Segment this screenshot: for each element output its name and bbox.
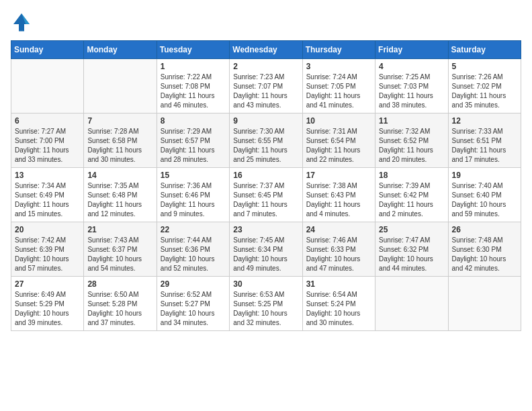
day-cell: 2Sunrise: 7:23 AM Sunset: 7:07 PM Daylig…	[230, 59, 302, 113]
day-number: 6	[15, 116, 80, 126]
day-number: 16	[233, 171, 298, 180]
day-info: Sunrise: 7:33 AM Sunset: 6:51 PM Dayligh…	[452, 127, 517, 165]
day-cell: 14Sunrise: 7:35 AM Sunset: 6:48 PM Dayli…	[84, 168, 157, 222]
day-cell: 7Sunrise: 7:28 AM Sunset: 6:58 PM Daylig…	[84, 113, 157, 168]
day-cell: 24Sunrise: 7:46 AM Sunset: 6:33 PM Dayli…	[302, 222, 375, 277]
day-info: Sunrise: 7:47 AM Sunset: 6:32 PM Dayligh…	[379, 236, 444, 273]
day-number: 7	[87, 116, 152, 126]
day-info: Sunrise: 7:43 AM Sunset: 6:37 PM Dayligh…	[87, 236, 152, 273]
logo	[11, 11, 35, 32]
day-cell: 12Sunrise: 7:33 AM Sunset: 6:51 PM Dayli…	[448, 113, 521, 168]
day-number: 24	[306, 225, 371, 234]
day-cell: 18Sunrise: 7:39 AM Sunset: 6:42 PM Dayli…	[375, 168, 448, 222]
day-cell: 13Sunrise: 7:34 AM Sunset: 6:49 PM Dayli…	[11, 168, 84, 222]
day-number: 21	[87, 225, 152, 234]
day-number: 23	[233, 225, 298, 234]
day-info: Sunrise: 6:52 AM Sunset: 5:27 PM Dayligh…	[161, 290, 226, 328]
day-cell: 15Sunrise: 7:36 AM Sunset: 6:46 PM Dayli…	[157, 168, 229, 222]
day-info: Sunrise: 7:30 AM Sunset: 6:55 PM Dayligh…	[233, 127, 298, 165]
day-cell: 31Sunrise: 6:54 AM Sunset: 5:24 PM Dayli…	[302, 277, 375, 331]
week-row-5: 27Sunrise: 6:49 AM Sunset: 5:29 PM Dayli…	[11, 277, 521, 331]
day-number: 14	[87, 171, 152, 180]
day-cell: 21Sunrise: 7:43 AM Sunset: 6:37 PM Dayli…	[84, 222, 157, 277]
day-number: 15	[161, 171, 226, 180]
week-row-3: 13Sunrise: 7:34 AM Sunset: 6:49 PM Dayli…	[11, 168, 521, 222]
day-number: 8	[161, 116, 226, 126]
day-cell: 8Sunrise: 7:29 AM Sunset: 6:57 PM Daylig…	[157, 113, 229, 168]
day-cell	[448, 277, 521, 331]
day-cell: 4Sunrise: 7:25 AM Sunset: 7:03 PM Daylig…	[375, 59, 448, 113]
day-info: Sunrise: 7:23 AM Sunset: 7:07 PM Dayligh…	[233, 73, 298, 110]
day-info: Sunrise: 7:22 AM Sunset: 7:08 PM Dayligh…	[161, 73, 226, 110]
day-cell	[84, 59, 157, 113]
day-number: 28	[87, 279, 152, 289]
day-info: Sunrise: 7:45 AM Sunset: 6:34 PM Dayligh…	[233, 236, 298, 273]
day-cell: 3Sunrise: 7:24 AM Sunset: 7:05 PM Daylig…	[302, 59, 375, 113]
day-number: 30	[233, 279, 298, 289]
day-number: 9	[233, 116, 298, 126]
day-number: 3	[306, 62, 371, 71]
day-info: Sunrise: 7:38 AM Sunset: 6:43 PM Dayligh…	[306, 181, 371, 219]
week-row-1: 1Sunrise: 7:22 AM Sunset: 7:08 PM Daylig…	[11, 59, 521, 113]
day-info: Sunrise: 7:28 AM Sunset: 6:58 PM Dayligh…	[87, 127, 152, 165]
day-number: 25	[379, 225, 444, 234]
day-number: 11	[379, 116, 444, 126]
day-number: 12	[452, 116, 517, 126]
day-info: Sunrise: 7:36 AM Sunset: 6:46 PM Dayligh…	[161, 181, 226, 219]
day-number: 18	[379, 171, 444, 180]
day-number: 22	[161, 225, 226, 234]
day-info: Sunrise: 7:29 AM Sunset: 6:57 PM Dayligh…	[161, 127, 226, 165]
day-cell: 5Sunrise: 7:26 AM Sunset: 7:02 PM Daylig…	[448, 59, 521, 113]
day-info: Sunrise: 7:26 AM Sunset: 7:02 PM Dayligh…	[452, 73, 517, 110]
day-info: Sunrise: 7:35 AM Sunset: 6:48 PM Dayligh…	[87, 181, 152, 219]
day-info: Sunrise: 7:31 AM Sunset: 6:54 PM Dayligh…	[306, 127, 371, 165]
day-cell: 28Sunrise: 6:50 AM Sunset: 5:28 PM Dayli…	[84, 277, 157, 331]
page-header	[11, 11, 521, 32]
day-cell: 29Sunrise: 6:52 AM Sunset: 5:27 PM Dayli…	[157, 277, 229, 331]
week-row-2: 6Sunrise: 7:27 AM Sunset: 7:00 PM Daylig…	[11, 113, 521, 168]
day-number: 17	[306, 171, 371, 180]
day-info: Sunrise: 7:34 AM Sunset: 6:49 PM Dayligh…	[15, 181, 80, 219]
day-cell: 23Sunrise: 7:45 AM Sunset: 6:34 PM Dayli…	[230, 222, 302, 277]
header-sunday: Sunday	[11, 41, 84, 59]
day-info: Sunrise: 7:39 AM Sunset: 6:42 PM Dayligh…	[379, 181, 444, 219]
day-info: Sunrise: 7:24 AM Sunset: 7:05 PM Dayligh…	[306, 73, 371, 110]
day-number: 19	[452, 171, 517, 180]
header-wednesday: Wednesday	[230, 41, 302, 59]
day-cell: 16Sunrise: 7:37 AM Sunset: 6:45 PM Dayli…	[230, 168, 302, 222]
day-cell: 25Sunrise: 7:47 AM Sunset: 6:32 PM Dayli…	[375, 222, 448, 277]
day-cell: 17Sunrise: 7:38 AM Sunset: 6:43 PM Dayli…	[302, 168, 375, 222]
day-number: 29	[161, 279, 226, 289]
day-info: Sunrise: 7:32 AM Sunset: 6:52 PM Dayligh…	[379, 127, 444, 165]
day-cell: 26Sunrise: 7:48 AM Sunset: 6:30 PM Dayli…	[448, 222, 521, 277]
day-info: Sunrise: 6:49 AM Sunset: 5:29 PM Dayligh…	[15, 290, 80, 328]
day-info: Sunrise: 6:53 AM Sunset: 5:25 PM Dayligh…	[233, 290, 298, 328]
day-info: Sunrise: 7:27 AM Sunset: 7:00 PM Dayligh…	[15, 127, 80, 165]
day-info: Sunrise: 6:50 AM Sunset: 5:28 PM Dayligh…	[87, 290, 152, 328]
day-cell: 22Sunrise: 7:44 AM Sunset: 6:36 PM Dayli…	[157, 222, 229, 277]
logo-icon	[11, 11, 32, 32]
day-info: Sunrise: 7:42 AM Sunset: 6:39 PM Dayligh…	[15, 236, 80, 273]
day-number: 13	[15, 171, 80, 180]
header-saturday: Saturday	[448, 41, 521, 59]
day-info: Sunrise: 7:44 AM Sunset: 6:36 PM Dayligh…	[161, 236, 226, 273]
day-number: 5	[452, 62, 517, 71]
day-number: 10	[306, 116, 371, 126]
day-number: 4	[379, 62, 444, 71]
day-cell: 9Sunrise: 7:30 AM Sunset: 6:55 PM Daylig…	[230, 113, 302, 168]
day-info: Sunrise: 7:40 AM Sunset: 6:40 PM Dayligh…	[452, 181, 517, 219]
day-cell: 6Sunrise: 7:27 AM Sunset: 7:00 PM Daylig…	[11, 113, 84, 168]
day-cell: 10Sunrise: 7:31 AM Sunset: 6:54 PM Dayli…	[302, 113, 375, 168]
header-thursday: Thursday	[302, 41, 375, 59]
calendar-table: SundayMondayTuesdayWednesdayThursdayFrid…	[11, 40, 521, 331]
day-cell	[375, 277, 448, 331]
day-cell: 27Sunrise: 6:49 AM Sunset: 5:29 PM Dayli…	[11, 277, 84, 331]
day-number: 27	[15, 279, 80, 289]
day-number: 20	[15, 225, 80, 234]
day-number: 2	[233, 62, 298, 71]
day-cell: 30Sunrise: 6:53 AM Sunset: 5:25 PM Dayli…	[230, 277, 302, 331]
day-cell: 1Sunrise: 7:22 AM Sunset: 7:08 PM Daylig…	[157, 59, 229, 113]
day-number: 26	[452, 225, 517, 234]
header-tuesday: Tuesday	[157, 41, 229, 59]
day-cell: 20Sunrise: 7:42 AM Sunset: 6:39 PM Dayli…	[11, 222, 84, 277]
